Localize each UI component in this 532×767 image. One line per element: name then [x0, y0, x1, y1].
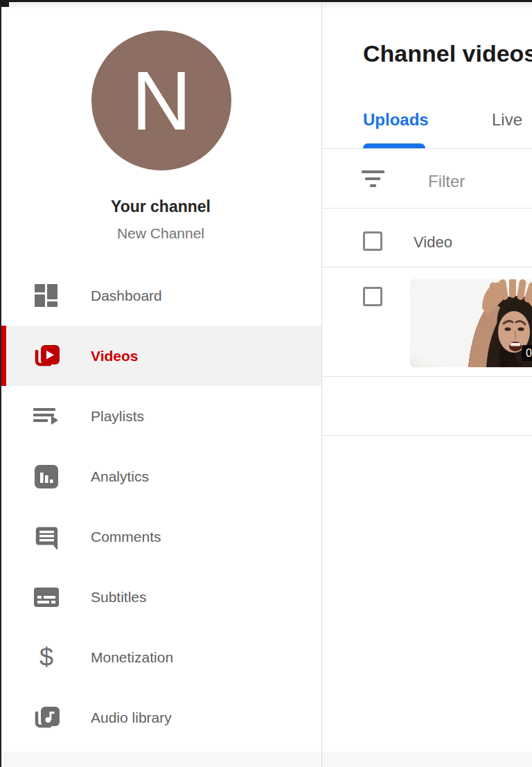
table-footer-divider [322, 435, 532, 436]
sidebar-item-videos[interactable]: Videos [0, 326, 321, 386]
channel-title: Your channel [0, 197, 321, 216]
row-divider [322, 376, 532, 377]
sidebar-item-dashboard[interactable]: Dashboard [0, 265, 321, 326]
video-thumbnail[interactable]: 0 [410, 279, 532, 367]
sidebar-item-label: Playlists [91, 408, 144, 425]
sidebar-item-comments[interactable]: Comments [0, 506, 321, 567]
sidebar-item-label: Dashboard [91, 288, 162, 304]
filter-icon[interactable] [362, 170, 385, 188]
window-left-edge [0, 5, 1, 767]
analytics-icon [33, 464, 60, 490]
tab-uploads[interactable]: Uploads [363, 110, 429, 130]
sidebar-item-label: Audio library [91, 709, 172, 726]
page-title: Channel videos [363, 40, 532, 67]
column-header-video: Video [414, 233, 452, 252]
header-divider [322, 267, 532, 267]
playlists-icon [33, 403, 60, 430]
subtitles-icon [33, 584, 60, 610]
studio-sidebar: N Your channel New Channel Dashboard [0, 2, 321, 767]
comments-icon [33, 524, 60, 550]
sidebar-item-label: Subtitles [91, 589, 147, 606]
youtube-studio-page: N Your channel New Channel Dashboard [0, 0, 532, 767]
filter-input[interactable]: Filter [428, 172, 465, 191]
top-toolbar-shadow [0, 2, 532, 10]
sidebar-item-playlists[interactable]: Playlists [0, 386, 321, 446]
channel-name: New Channel [0, 225, 321, 242]
tab-live[interactable]: Live [492, 110, 522, 130]
window-top-edge [0, 0, 532, 2]
monetization-icon: $ [33, 644, 60, 671]
channel-videos-panel: Channel videos Uploads Live Filter Video [322, 2, 532, 767]
select-all-checkbox[interactable] [363, 231, 382, 251]
sidebar-item-analytics[interactable]: Analytics [0, 446, 321, 506]
filter-divider [322, 208, 532, 209]
row-checkbox[interactable] [363, 287, 382, 306]
sidebar-item-label: Analytics [91, 468, 149, 485]
video-library-icon [33, 343, 60, 369]
tabbar-divider [322, 148, 532, 149]
sidebar-item-subtitles[interactable]: Subtitles [0, 567, 321, 627]
sidebar-item-label: Videos [91, 348, 138, 364]
sidebar-menu: Dashboard Videos [0, 265, 321, 748]
video-duration-badge: 0 [522, 345, 532, 361]
active-tab-underline [363, 143, 425, 148]
audio-library-icon [33, 705, 60, 731]
bottom-strip [0, 752, 532, 767]
dashboard-icon [33, 283, 60, 309]
sidebar-item-label: Comments [91, 529, 161, 545]
sidebar-item-monetization[interactable]: $ Monetization [0, 627, 321, 687]
channel-avatar[interactable]: N [91, 30, 231, 170]
sidebar-item-audio-library[interactable]: Audio library [0, 687, 321, 748]
sidebar-item-label: Monetization [91, 649, 173, 666]
avatar-letter: N [132, 59, 192, 142]
panel-divider [321, 0, 322, 767]
